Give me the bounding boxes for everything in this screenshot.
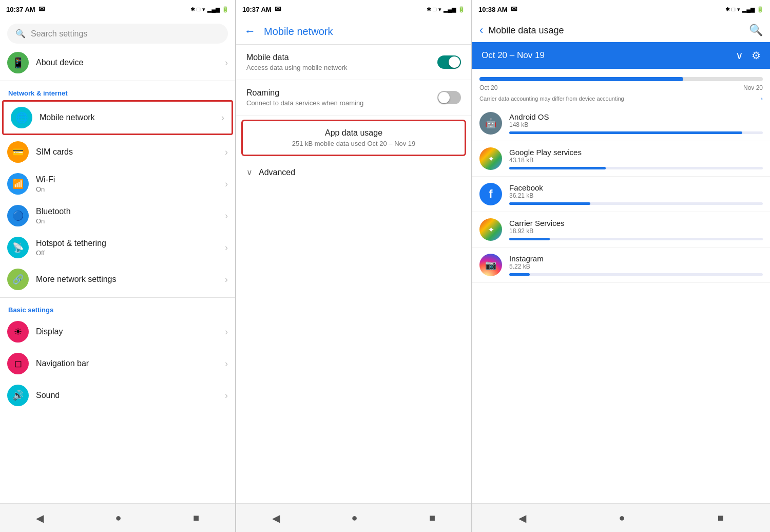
app-data-subtitle: 251 kB mobile data used Oct 20 – Nov 19 bbox=[251, 140, 456, 147]
settings-item-wifi[interactable]: 📶 Wi-Fi On › bbox=[0, 168, 235, 200]
app-item-android-os[interactable]: 🤖 Android OS 148 kB bbox=[472, 106, 770, 141]
hotspot-chevron: › bbox=[225, 242, 228, 253]
settings-item-display[interactable]: ☀ Display › bbox=[0, 316, 235, 348]
nav-bar-icon: ◻ bbox=[7, 353, 29, 374]
date-range-bar[interactable]: Oct 20 – Nov 19 ∨ ⚙ bbox=[472, 42, 770, 69]
battery-icon: 🔋 bbox=[222, 6, 229, 13]
recent-button-2[interactable]: ■ bbox=[419, 508, 446, 528]
wifi-text: Wi-Fi On bbox=[36, 175, 225, 193]
sim-cards-icon: 💳 bbox=[7, 141, 29, 163]
carrier-bar bbox=[509, 238, 550, 240]
carrier-services-icon: ✦ bbox=[479, 218, 502, 241]
about-device-text: About device bbox=[36, 58, 225, 68]
chart-dates: Oct 20 Nov 20 bbox=[479, 84, 763, 91]
facebook-bar bbox=[509, 202, 590, 205]
roaming-title: Roaming bbox=[246, 88, 363, 98]
advanced-item[interactable]: ∨ Advanced bbox=[236, 160, 471, 184]
signal-icon: ▂▄▆ bbox=[207, 6, 220, 13]
more-network-icon: 🔗 bbox=[7, 269, 29, 290]
display-text: Display bbox=[36, 327, 225, 337]
roaming-item[interactable]: Roaming Connect to data services when ro… bbox=[236, 80, 471, 116]
app-item-carrier-services[interactable]: ✦ Carrier Services 18.92 kB bbox=[472, 212, 770, 248]
bt-icon-2: ✱ bbox=[427, 6, 431, 13]
signal-icon-2: ▂▄▆ bbox=[444, 6, 456, 13]
carrier-bar-container bbox=[509, 238, 763, 240]
email-icon: ✉ bbox=[38, 5, 45, 14]
more-network-chevron: › bbox=[225, 274, 228, 285]
search-icon-3[interactable]: 🔍 bbox=[749, 24, 763, 37]
settings-item-nav-bar[interactable]: ◻ Navigation bar › bbox=[0, 348, 235, 379]
app-item-facebook[interactable]: f Facebook 36.21 kB bbox=[472, 177, 770, 212]
roaming-subtitle: Connect to data services when roaming bbox=[246, 99, 363, 107]
about-device-icon: 📱 bbox=[7, 52, 29, 73]
settings-item-sim-cards[interactable]: 💳 SIM cards › bbox=[0, 136, 235, 168]
nav-bar-chevron: › bbox=[225, 358, 228, 369]
nfc-icon-2: □ bbox=[433, 6, 437, 12]
app-item-google-play[interactable]: ✦ Google Play services 43.18 kB bbox=[472, 141, 770, 177]
chart-note-arrow: › bbox=[761, 96, 763, 102]
app-data-usage-item[interactable]: App data usage 251 kB mobile data used O… bbox=[241, 120, 466, 156]
instagram-info: Instagram 5.22 kB bbox=[509, 254, 763, 276]
settings-item-mobile-network[interactable]: 🌐 Mobile network › bbox=[2, 100, 233, 135]
search-placeholder: Search settings bbox=[31, 29, 87, 39]
bluetooth-text: Bluetooth On bbox=[36, 206, 225, 225]
instagram-icon: 📷 bbox=[479, 254, 502, 276]
chart-note[interactable]: Carrier data accounting may differ from … bbox=[479, 96, 763, 102]
email-icon-3: ✉ bbox=[511, 5, 517, 14]
home-button-2[interactable]: ● bbox=[341, 508, 368, 528]
display-chevron: › bbox=[225, 327, 228, 337]
nav-bar-2: ◀ ● ■ bbox=[236, 503, 471, 532]
signal-icon-3: ▂▄▆ bbox=[742, 6, 755, 13]
panel-mobile-network: 10:37 AM ✉ ✱ □ ▾ ▂▄▆ 🔋 ← Mobile network … bbox=[236, 0, 472, 532]
bluetooth-chevron: › bbox=[225, 211, 228, 221]
wifi-chevron: › bbox=[225, 179, 228, 189]
home-button-3[interactable]: ● bbox=[608, 508, 635, 528]
settings-item-bluetooth[interactable]: 🔵 Bluetooth On › bbox=[0, 200, 235, 232]
apps-list: 🤖 Android OS 148 kB ✦ Google Play servic… bbox=[472, 106, 770, 503]
back-arrow-2[interactable]: ← bbox=[244, 25, 256, 38]
sound-icon: 🔊 bbox=[7, 385, 29, 406]
settings-item-about-device[interactable]: 📱 About device › bbox=[0, 47, 235, 79]
date-settings-icon[interactable]: ⚙ bbox=[752, 49, 761, 62]
chart-bar-fill bbox=[479, 77, 683, 81]
android-os-info: Android OS 148 kB bbox=[509, 112, 763, 134]
status-bar-1: 10:37 AM ✉ ✱ □ ▾ ▂▄▆ 🔋 bbox=[0, 0, 235, 18]
sound-text: Sound bbox=[36, 390, 225, 401]
battery-icon-2: 🔋 bbox=[458, 6, 465, 13]
header-left: ‹ Mobile data usage bbox=[479, 24, 564, 37]
back-button-2[interactable]: ◀ bbox=[262, 508, 290, 528]
bluetooth-settings-icon: 🔵 bbox=[7, 205, 29, 226]
recent-button-3[interactable]: ■ bbox=[707, 508, 734, 528]
settings-item-more-network[interactable]: 🔗 More network settings › bbox=[0, 263, 235, 295]
recent-button-1[interactable]: ■ bbox=[183, 508, 209, 528]
settings-item-sound[interactable]: 🔊 Sound › bbox=[0, 379, 235, 411]
back-button-1[interactable]: ◀ bbox=[26, 508, 54, 528]
mobile-network-icon: 🌐 bbox=[11, 107, 32, 128]
wifi-icon-3: ▾ bbox=[737, 6, 740, 13]
mobile-data-item[interactable]: Mobile data Access data using mobile net… bbox=[236, 45, 471, 80]
back-arrow-3[interactable]: ‹ bbox=[479, 24, 483, 37]
sim-cards-text: SIM cards bbox=[36, 147, 225, 158]
advanced-chevron: ∨ bbox=[246, 167, 253, 177]
android-bar-container bbox=[509, 131, 763, 134]
settings-item-hotspot[interactable]: 📡 Hotspot & tethering Off › bbox=[0, 232, 235, 263]
mobile-network-header: ← Mobile network bbox=[236, 18, 471, 45]
mobile-data-toggle[interactable] bbox=[437, 55, 461, 69]
more-network-text: More network settings bbox=[36, 274, 225, 285]
instagram-bar-container bbox=[509, 273, 763, 276]
back-button-3[interactable]: ◀ bbox=[508, 508, 536, 528]
carrier-services-info: Carrier Services 18.92 kB bbox=[509, 219, 763, 240]
google-play-bar-container bbox=[509, 167, 763, 169]
bt-icon-3: ✱ bbox=[725, 6, 730, 13]
android-os-icon: 🤖 bbox=[479, 112, 502, 135]
data-usage-header: ‹ Mobile data usage 🔍 bbox=[472, 18, 770, 42]
nav-bar-text: Navigation bar bbox=[36, 358, 225, 369]
date-dropdown-icon[interactable]: ∨ bbox=[736, 49, 743, 62]
app-item-instagram[interactable]: 📷 Instagram 5.22 kB bbox=[472, 248, 770, 283]
nfc-icon: □ bbox=[197, 6, 201, 12]
search-bar[interactable]: 🔍 Search settings bbox=[7, 24, 228, 44]
home-button-1[interactable]: ● bbox=[105, 508, 131, 528]
settings-content: 🔍 Search settings 📱 About device › Netwo… bbox=[0, 18, 235, 503]
app-data-title: App data usage bbox=[251, 128, 456, 138]
roaming-toggle[interactable] bbox=[437, 91, 461, 104]
